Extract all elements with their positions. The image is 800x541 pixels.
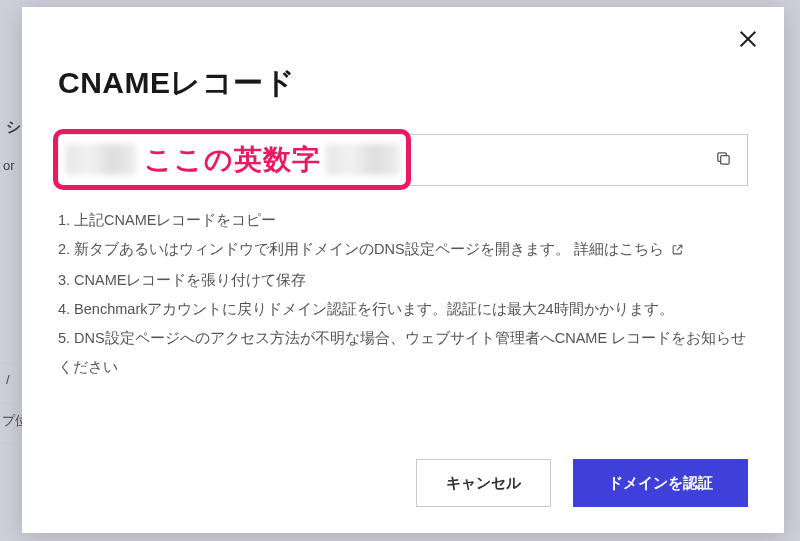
- modal-footer: キャンセル ドメインを認証: [416, 459, 748, 507]
- details-link-text: 詳細はこちら: [574, 241, 664, 257]
- copy-icon: [715, 150, 732, 171]
- modal-title: CNAMEレコード: [58, 63, 748, 104]
- external-link-icon: [671, 237, 684, 266]
- bg-text: or: [3, 158, 15, 173]
- details-link[interactable]: 詳細はこちら: [574, 241, 684, 257]
- cancel-button[interactable]: キャンセル: [416, 459, 551, 507]
- svg-rect-2: [720, 155, 729, 164]
- cname-input[interactable]: [58, 134, 748, 186]
- bg-text: シ: [6, 118, 21, 137]
- instruction-list: 1. 上記CNAMEレコードをコピー 2. 新タブあるいはウィンドウで利用ドメイ…: [58, 206, 748, 382]
- confirm-button[interactable]: ドメインを認証: [573, 459, 748, 507]
- instruction-item: 5. DNS設定ページへのアクセス方法が不明な場合、ウェブサイト管理者へCNAM…: [58, 324, 748, 382]
- instruction-item: 1. 上記CNAMEレコードをコピー: [58, 206, 748, 235]
- cname-field-wrap: ここの英数字: [58, 134, 748, 186]
- close-button[interactable]: [732, 25, 764, 57]
- copy-button[interactable]: [708, 145, 738, 175]
- instruction-item: 2. 新タブあるいはウィンドウで利用ドメインのDNS設定ページを開きます。 詳細…: [58, 235, 748, 266]
- instruction-item: 3. CNAMEレコードを張り付けて保存: [58, 266, 748, 295]
- instruction-text: 2. 新タブあるいはウィンドウで利用ドメインのDNS設定ページを開きます。: [58, 241, 570, 257]
- bg-text: /: [6, 372, 10, 387]
- cname-record-modal: CNAMEレコード ここの英数字 1. 上記CNAMEレコードをコピー 2. 新…: [22, 7, 784, 533]
- instruction-item: 4. Benchmarkアカウントに戻りドメイン認証を行います。認証には最大24…: [58, 295, 748, 324]
- close-icon: [737, 28, 759, 54]
